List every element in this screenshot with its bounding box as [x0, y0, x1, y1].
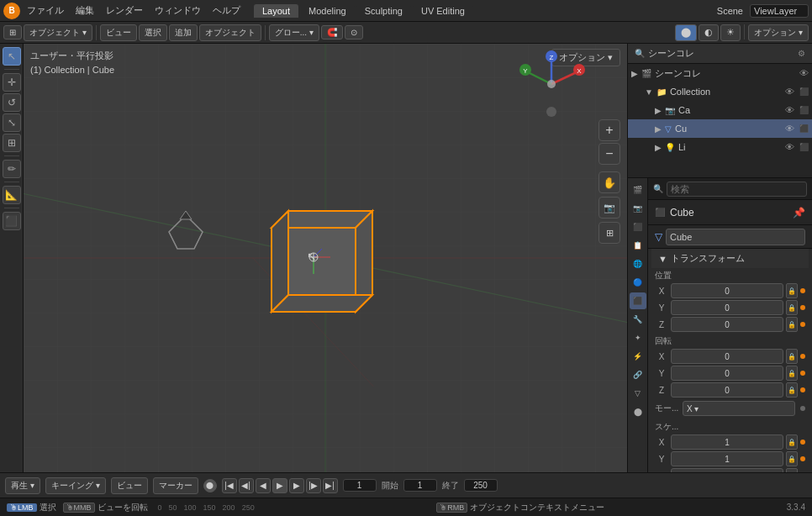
light-visible-icon[interactable]: 👁 — [785, 142, 794, 152]
viewport[interactable]: ユーザー・平行投影 (1) Collection | Cube オプション ▾ … — [24, 44, 627, 472]
object-mode-btn[interactable]: オブジェクト ▾ — [24, 24, 92, 41]
keying-btn[interactable]: キーイング ▾ — [45, 477, 106, 494]
zoom-out-btn[interactable]: − — [598, 143, 620, 165]
prop-particles-icon[interactable]: ✦ — [630, 329, 646, 346]
prop-constraints-icon[interactable]: 🔗 — [630, 366, 646, 383]
markers-btn[interactable]: マーカー — [153, 477, 198, 494]
scale-x-input[interactable] — [671, 434, 783, 450]
scale-z-input[interactable] — [671, 468, 783, 472]
snap-btn[interactable]: 🧲 — [321, 25, 343, 39]
tab-uv-editing[interactable]: UV Editing — [413, 4, 473, 18]
blender-logo[interactable]: B — [3, 3, 20, 19]
pos-z-lock-icon[interactable]: 🔒 — [786, 317, 798, 332]
zoom-in-btn[interactable]: + — [598, 119, 620, 141]
playback-btn[interactable]: 再生 ▾ — [5, 477, 40, 494]
outliner-item-cube[interactable]: ▶ ▽ Cu 👁 ⬛ — [628, 119, 812, 138]
tool-scale[interactable]: ⤡ — [3, 113, 21, 132]
outliner-item-light[interactable]: ▶ 💡 Li 👁 ⬛ — [628, 138, 812, 156]
prev-frame-btn[interactable]: ◀ — [256, 478, 271, 493]
prop-render-icon[interactable]: 📷 — [630, 200, 646, 217]
tool-select[interactable]: ↖ — [3, 47, 21, 66]
tab-sculpting[interactable]: Sculpting — [356, 4, 411, 18]
outliner-item-camera[interactable]: ▶ 📷 Ca 👁 ⬛ — [628, 101, 812, 119]
prop-data-icon[interactable]: ▽ — [630, 385, 646, 402]
jump-end-btn[interactable]: ▶| — [323, 478, 338, 493]
scale-z-lock-icon[interactable]: 🔒 — [786, 468, 798, 472]
shading-solid-btn[interactable]: ⬤ — [675, 24, 697, 41]
properties-search-input[interactable] — [667, 182, 807, 197]
rot-z-lock-icon[interactable]: 🔒 — [786, 382, 798, 398]
view-btn[interactable]: ビュー — [100, 24, 137, 41]
pos-x-lock-icon[interactable]: 🔒 — [786, 283, 798, 298]
prop-scene2-icon[interactable]: 🌐 — [630, 255, 646, 272]
mode-icon-btn[interactable]: ⊞ — [3, 25, 22, 39]
outliner-filter-icon[interactable]: ⚙ — [798, 49, 805, 58]
camera-render-icon[interactable]: ⬛ — [799, 106, 809, 114]
scale-x-lock-icon[interactable]: 🔒 — [786, 434, 798, 450]
start-frame-input[interactable] — [403, 479, 437, 492]
pos-x-input[interactable] — [671, 283, 783, 298]
end-frame-input[interactable] — [464, 479, 498, 492]
camera-visible-icon[interactable]: 👁 — [785, 105, 794, 115]
select-btn[interactable]: 選択 — [139, 24, 167, 41]
light-render-icon[interactable]: ⬛ — [799, 143, 809, 151]
tab-modeling[interactable]: Modeling — [300, 4, 355, 18]
prop-physics-icon[interactable]: ⚡ — [630, 348, 646, 365]
play-btn[interactable]: ▶ — [272, 478, 287, 493]
rot-y-lock-icon[interactable]: 🔒 — [786, 366, 798, 381]
outliner-item-collection[interactable]: ▼ 📁 Collection 👁 ⬛ — [628, 82, 812, 101]
prop-modifier-icon[interactable]: 🔧 — [630, 311, 646, 328]
cube-visible-icon[interactable]: 👁 — [785, 124, 794, 134]
menu-file[interactable]: ファイル — [22, 3, 69, 18]
menu-help[interactable]: ヘルプ — [208, 3, 245, 18]
scale-y-lock-icon[interactable]: 🔒 — [786, 451, 798, 466]
prop-scene-icon[interactable]: 🎬 — [630, 182, 646, 198]
collection-visible-icon[interactable]: 👁 — [785, 87, 794, 97]
navigation-gizmo[interactable]: Z X Y — [518, 50, 585, 118]
prop-world-icon[interactable]: 🔵 — [630, 274, 646, 291]
prev-keyframe-btn[interactable]: ◀| — [239, 478, 254, 493]
pan-btn[interactable]: ✋ — [598, 171, 620, 193]
rot-x-input[interactable] — [671, 349, 783, 364]
tool-move[interactable]: ✛ — [3, 73, 21, 92]
cube-render-icon[interactable]: ⬛ — [799, 124, 809, 133]
tool-annotate[interactable]: ✏ — [3, 160, 21, 178]
jump-start-btn[interactable]: |◀ — [222, 478, 237, 493]
rot-x-lock-icon[interactable]: 🔒 — [786, 349, 798, 364]
pos-y-input[interactable] — [671, 300, 783, 315]
tool-rotate[interactable]: ↺ — [3, 93, 21, 112]
timeline-view-btn[interactable]: ビュー — [111, 477, 148, 494]
shading-rendered-btn[interactable]: ☀ — [720, 24, 741, 41]
scene-visible-icon[interactable]: 👁 — [799, 68, 809, 78]
proportional-btn[interactable]: ⊙ — [345, 25, 363, 39]
obj-name-input[interactable] — [666, 229, 805, 245]
collection-render-icon[interactable]: ⬛ — [799, 87, 809, 96]
menu-render[interactable]: レンダー — [101, 3, 148, 18]
prop-material-icon[interactable]: ⬤ — [630, 403, 646, 420]
add-btn[interactable]: 追加 — [169, 24, 198, 41]
menu-edit[interactable]: 編集 — [71, 3, 99, 18]
prop-output-icon[interactable]: ⬛ — [630, 219, 646, 235]
rotation-mode-select[interactable]: X ▾ — [683, 401, 795, 416]
grid-btn[interactable]: ⊞ — [598, 222, 620, 244]
tool-transform[interactable]: ⊞ — [3, 134, 21, 152]
transform-btn[interactable]: グロー... ▾ — [269, 24, 319, 41]
view-layer-input[interactable] — [750, 4, 809, 18]
object-btn[interactable]: オブジェクト — [199, 24, 261, 41]
prop-object-icon[interactable]: ⬛ — [630, 292, 646, 309]
next-frame-btn[interactable]: ▶ — [289, 478, 304, 493]
menu-window[interactable]: ウィンドウ — [150, 3, 206, 18]
next-keyframe-btn[interactable]: |▶ — [306, 478, 321, 493]
rot-z-input[interactable] — [671, 382, 783, 398]
prop-pin-icon[interactable]: 📌 — [793, 207, 805, 219]
shading-material-btn[interactable]: ◐ — [699, 24, 719, 41]
camera-btn[interactable]: 📷 — [598, 197, 620, 219]
current-frame-input[interactable] — [343, 479, 377, 492]
gizmo-area[interactable]: Z X Y — [518, 50, 585, 118]
options-btn[interactable]: オプション ▾ — [748, 24, 809, 41]
tab-layout[interactable]: Layout — [254, 4, 298, 18]
scale-y-input[interactable] — [671, 451, 783, 466]
sync-btn[interactable]: ⬤ — [203, 479, 217, 492]
pos-y-lock-icon[interactable]: 🔒 — [786, 300, 798, 315]
outliner-item-scene[interactable]: ▶ 🎬 シーンコレ 👁 — [628, 64, 812, 82]
